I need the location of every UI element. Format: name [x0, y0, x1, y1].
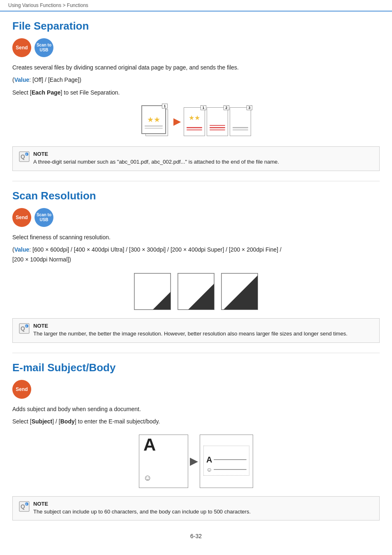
res-box-medium — [178, 273, 214, 310]
scan-resolution-note: Q i NOTE The larger the number, the bett… — [12, 318, 380, 343]
scan-resolution-description: Select fineness of scanning resolution. — [12, 233, 380, 242]
send-badge: Send — [12, 38, 31, 57]
email-subject-diagram: A ☺ ◀ A — [12, 435, 380, 488]
diagram-output-files: 1 ★★ 2 — [184, 107, 251, 136]
email-subject-description: Adds subject and body when sending a doc… — [12, 405, 380, 414]
file-separation-diagram: ★★ 1 ▶ 1 ★★ — [12, 105, 380, 138]
file-separation-title: File Separation — [12, 20, 380, 32]
note-icon-3: Q i — [18, 501, 30, 513]
scan-resolution-note-title: NOTE — [33, 323, 348, 329]
diagram-arrow: ▶ — [173, 116, 180, 127]
file-separation-description: Creates several files by dividing scanne… — [12, 63, 380, 72]
diagram-source-stack: ★★ 1 — [141, 105, 170, 138]
email-diagram-arrow: ◀ — [188, 455, 200, 467]
email-subject-title: E-mail Subject/Body — [12, 361, 380, 374]
file-separation-badges: Send Scan toUSB — [12, 38, 380, 57]
svg-text:Q: Q — [21, 153, 25, 160]
svg-text:i: i — [26, 502, 27, 506]
file-separation-value-label: Value — [14, 76, 30, 83]
email-diagram-left: A ☺ — [139, 435, 188, 488]
scan-resolution-value-label: Value — [14, 246, 30, 253]
scan-resolution-title: Scan Resolution — [12, 190, 380, 202]
svg-text:Q: Q — [21, 325, 25, 332]
email-note-title: NOTE — [33, 501, 251, 507]
scan-resolution-badges: Send Scan toUSB — [12, 208, 380, 227]
svg-text:Q: Q — [21, 503, 25, 510]
email-subject-badges: Send — [12, 380, 380, 399]
file-separation-note: Q i NOTE A three-digit serial number suc… — [12, 146, 380, 171]
page-number: 6-32 — [12, 533, 380, 539]
note-icon-2: Q i — [18, 323, 30, 335]
send-badge-3: Send — [12, 380, 31, 399]
note-icon: Q i — [18, 151, 30, 164]
svg-text:i: i — [26, 324, 27, 328]
svg-text:i: i — [26, 153, 27, 156]
email-note-text: The subject can include up to 60 charact… — [33, 508, 251, 516]
email-diagram-right: A ☺ — [200, 435, 253, 488]
scan-resolution-value-line: (Value: [600 × 600dpi] / [400 × 400dpi U… — [12, 245, 380, 265]
res-box-high — [221, 273, 258, 310]
email-subject-note: Q i NOTE The subject can include up to 6… — [12, 496, 380, 521]
file-separation-instruction: Select [Each Page] to set File Separatio… — [12, 88, 380, 97]
email-subject-instruction: Select [Subject] / [Body] to enter the E… — [12, 417, 380, 426]
file-separation-note-title: NOTE — [33, 151, 279, 157]
scan-to-usb-badge: Scan toUSB — [35, 38, 53, 57]
scan-resolution-note-text: The larger the number, the better the im… — [33, 330, 348, 338]
file-separation-note-text: A three-digit serial number such as "abc… — [33, 158, 279, 166]
file-separation-value-line: (Value: [Off] / [Each Page]) — [12, 75, 380, 84]
send-badge-2: Send — [12, 208, 31, 227]
res-box-low — [134, 273, 171, 310]
scan-to-usb-badge-2: Scan toUSB — [35, 208, 53, 227]
scan-resolution-diagram — [12, 273, 380, 310]
breadcrumb: Using Various Functions > Functions — [0, 0, 392, 12]
